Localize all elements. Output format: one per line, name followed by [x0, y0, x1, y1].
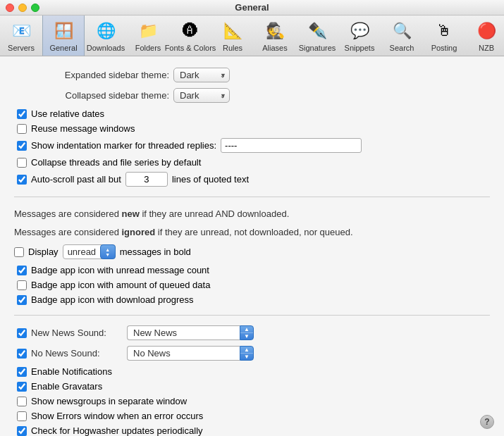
- auto-scroll-value-input[interactable]: [125, 172, 168, 187]
- no-news-sound-stepper[interactable]: ▲ ▼: [240, 346, 254, 361]
- fonts-colors-icon: 🅐: [179, 20, 202, 42]
- indentation-value-input[interactable]: [221, 138, 362, 153]
- toolbar-item-snippets[interactable]: 💬 Snippets: [338, 15, 381, 56]
- no-news-sound-select-wrapper: New News No News Basso Blow Bottle Frog …: [127, 346, 254, 361]
- show-errors-label: Show Errors window when an error occurs: [31, 411, 203, 421]
- expanded-sidebar-select[interactable]: Dark Light Auto: [173, 68, 230, 82]
- settings-content: Expanded sidebar theme: Dark Light Auto …: [0, 56, 504, 436]
- toolbar: 📧 Servers 🪟 General 🌐 Downloads 📁 Folder…: [0, 15, 504, 56]
- snippets-icon: 💬: [348, 20, 371, 42]
- toolbar-item-fonts-colors[interactable]: 🅐 Fonts & Colors: [169, 15, 211, 56]
- new-news-sound-checkbox[interactable]: [17, 328, 27, 338]
- reuse-windows-checkbox[interactable]: [17, 124, 27, 134]
- toolbar-label-rules: Rules: [223, 44, 242, 52]
- divider-1: [14, 197, 490, 197]
- display-suffix: messages in bold: [120, 247, 191, 257]
- badge-unread-row: Badge app icon with unread message count: [14, 265, 490, 275]
- indentation-marker-label: Show indentation marker for threaded rep…: [31, 140, 216, 151]
- toolbar-item-aliases[interactable]: 🕵 Aliases: [254, 15, 296, 56]
- badge-unread-label: Badge app icon with unread message count: [31, 265, 209, 275]
- close-button[interactable]: [6, 4, 14, 12]
- show-newsgroups-row: Show newsgroups in separate window: [14, 396, 490, 406]
- new-news-sound-select[interactable]: New News No News Basso Blow Bottle Frog: [127, 325, 240, 340]
- collapse-threads-checkbox[interactable]: [17, 158, 27, 168]
- check-updates-row: Check for Hogwasher updates periodically: [14, 425, 490, 436]
- toolbar-label-search: Search: [390, 44, 414, 52]
- badge-unread-checkbox[interactable]: [17, 266, 27, 275]
- display-bold-checkbox[interactable]: [14, 247, 24, 257]
- toolbar-item-rules[interactable]: 📐 Rules: [211, 15, 254, 56]
- toolbar-item-folders[interactable]: 📁 Folders: [127, 15, 169, 56]
- badge-queued-row: Badge app icon with amount of queued dat…: [14, 280, 490, 290]
- toolbar-item-nzb[interactable]: 🔴 NZB: [465, 15, 504, 56]
- toolbar-label-downloads: Downloads: [87, 44, 125, 52]
- badge-queued-checkbox[interactable]: [17, 280, 27, 290]
- indentation-marker-checkbox[interactable]: [17, 141, 27, 151]
- enable-notifications-row: Enable Notifications: [14, 366, 490, 377]
- posting-icon: 🖱: [433, 20, 455, 42]
- reuse-windows-label: Reuse message windows: [31, 123, 135, 134]
- display-label: Display: [28, 247, 59, 257]
- help-button[interactable]: ?: [480, 415, 494, 429]
- no-news-sound-checkbox[interactable]: [17, 349, 27, 359]
- toolbar-label-nzb: NZB: [479, 44, 494, 52]
- toolbar-item-downloads[interactable]: 🌐 Downloads: [85, 15, 127, 56]
- new-news-sound-select-wrapper: New News No News Basso Blow Bottle Frog …: [127, 325, 254, 340]
- collapse-threads-row: Collapse threads and file series by defa…: [14, 157, 490, 168]
- badge-download-label: Badge app icon with download progress: [31, 294, 194, 305]
- auto-scroll-checkbox[interactable]: [17, 175, 27, 185]
- show-newsgroups-label: Show newsgroups in separate window: [31, 396, 187, 406]
- relative-dates-checkbox[interactable]: [17, 109, 27, 119]
- divider-2: [14, 315, 490, 316]
- toolbar-item-servers[interactable]: 📧 Servers: [0, 15, 42, 56]
- nzb-icon: 🔴: [475, 20, 498, 42]
- minimize-button[interactable]: [18, 4, 27, 12]
- collapsed-sidebar-row: Collapsed sidebar theme: Dark Light Auto…: [14, 88, 490, 103]
- maximize-button[interactable]: [31, 4, 39, 12]
- info-new-messages: Messages are considered new if they are …: [14, 207, 490, 221]
- toolbar-label-servers: Servers: [8, 44, 35, 52]
- no-news-sound-select[interactable]: New News No News Basso Blow Bottle Frog: [127, 346, 240, 361]
- info-ignored-messages: Messages are considered ignored if they …: [14, 225, 490, 239]
- general-icon: 🪟: [52, 20, 75, 42]
- enable-gravatars-checkbox[interactable]: [17, 382, 27, 392]
- auto-scroll-suffix: lines of quoted text: [172, 174, 249, 185]
- expanded-sidebar-row: Expanded sidebar theme: Dark Light Auto …: [14, 68, 490, 82]
- toolbar-item-posting[interactable]: 🖱 Posting: [423, 15, 465, 56]
- collapsed-sidebar-select[interactable]: Dark Light Auto: [173, 88, 230, 103]
- rules-icon: 📐: [221, 20, 244, 42]
- check-updates-checkbox[interactable]: [17, 426, 27, 436]
- show-errors-row: Show Errors window when an error occurs: [14, 411, 490, 421]
- display-select[interactable]: unread read all: [63, 244, 116, 259]
- collapsed-sidebar-select-wrapper: Dark Light Auto ▼: [173, 88, 230, 103]
- collapsed-sidebar-label: Collapsed sidebar theme:: [14, 90, 169, 101]
- folders-icon: 📁: [137, 20, 159, 42]
- relative-dates-label: Use relative dates: [31, 108, 104, 119]
- toolbar-item-signatures[interactable]: ✒️ Signatures: [296, 15, 338, 56]
- relative-dates-row: Use relative dates: [14, 108, 490, 119]
- check-updates-label: Check for Hogwasher updates periodically: [31, 425, 203, 436]
- badge-download-checkbox[interactable]: [17, 295, 27, 305]
- toolbar-label-snippets: Snippets: [345, 44, 375, 52]
- no-news-stepper-up: ▲: [240, 347, 253, 354]
- reuse-windows-row: Reuse message windows: [14, 123, 490, 134]
- new-news-sound-label: New News Sound:: [31, 328, 123, 338]
- downloads-icon: 🌐: [94, 20, 117, 42]
- show-errors-checkbox[interactable]: [17, 411, 27, 421]
- toolbar-item-search[interactable]: 🔍 Search: [381, 15, 423, 56]
- enable-gravatars-label: Enable Gravatars: [31, 381, 102, 392]
- display-select-wrapper: unread read all: [63, 244, 116, 259]
- no-news-stepper-down: ▼: [240, 354, 253, 360]
- toolbar-label-signatures: Signatures: [299, 44, 336, 52]
- show-newsgroups-checkbox[interactable]: [17, 397, 27, 406]
- traffic-lights: [6, 4, 39, 12]
- toolbar-item-general[interactable]: 🪟 General: [42, 15, 85, 56]
- toolbar-label-fonts-colors: Fonts & Colors: [165, 44, 216, 52]
- new-news-sound-row: New News Sound: New News No News Basso B…: [14, 325, 490, 340]
- auto-scroll-label: Auto-scroll past all but: [31, 174, 121, 185]
- toolbar-label-folders: Folders: [135, 44, 161, 52]
- indentation-marker-row: Show indentation marker for threaded rep…: [14, 138, 490, 153]
- toolbar-label-posting: Posting: [431, 44, 457, 52]
- new-news-sound-stepper[interactable]: ▲ ▼: [240, 325, 254, 340]
- enable-notifications-checkbox[interactable]: [17, 367, 27, 377]
